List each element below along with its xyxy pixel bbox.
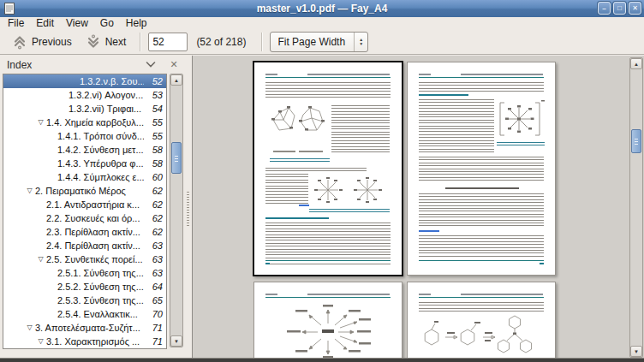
expander-icon[interactable]: ▽ [24,321,35,335]
index-entry[interactable]: 1.4.3. Υπέρυθρα φ...58 [3,157,166,170]
section-heading [419,94,468,96]
menu-item-view[interactable]: View [60,17,94,29]
index-entry-label: 1.4.4. Σύμπλοκες ε... [57,172,144,182]
index-entry-page: 63 [144,254,163,264]
menu-item-help[interactable]: Help [120,17,153,29]
expander-icon[interactable]: ▽ [35,335,46,348]
index-entry-label: 1.4. Χημεία καρβοξυλ... [46,117,144,128]
figure-caption [309,209,390,215]
index-entry[interactable]: 2.5.3. Σύνθεση της...65 [3,294,166,307]
index-entry-label: 2.4. Περίθλαση ακτίν... [46,240,144,251]
text-lines [331,105,390,155]
index-entry[interactable]: 1.3.2.vii) Τριφαι...54 [3,102,166,116]
page-number-input[interactable] [148,33,188,51]
previous-icon [12,34,27,50]
index-entry-label: 1.3.2.ν.β. Σου... [80,76,144,86]
index-tree: 1.3.2.ν.β. Σου...521.3.2.vi) Αλογον...53… [3,74,167,349]
section-heading [265,217,329,219]
index-entry-page: 52 [144,76,163,86]
index-entry-page: 62 [144,186,163,196]
index-entry[interactable]: ▽3.1. Χαρακτηρισμός ...71 [3,335,166,348]
next-icon [86,34,101,50]
index-entry[interactable]: 1.3.2.ν.β. Σου...52 [3,74,166,88]
previous-button[interactable]: Previous [5,32,79,52]
pane-resize-handle[interactable] [185,56,192,358]
index-entry[interactable]: 1.4.2. Σύνθεση μετ...58 [3,143,166,157]
index-entry-label: 3. Αποτελέσματα-Συζήτ... [35,323,144,333]
index-entry[interactable]: ▽3. Αποτελέσματα-Συζήτ...71 [3,321,166,335]
window-bottom-border [0,358,644,362]
index-entry-label: 2.3. Περίθλαση ακτίν... [46,227,144,237]
expander-icon[interactable]: ▽ [35,252,46,266]
pdf-viewer-window: master_v1.0.pdf — Fay_A4 – □ ✕ FileEditV… [0,0,644,362]
index-entry-label: 1.4.3. Υπέρυθρα φ... [57,158,144,169]
menu-item-go[interactable]: Go [94,17,120,29]
index-entry[interactable]: 1.4.4. Σύμπλοκες ε...60 [3,170,166,184]
index-entry-page: 55 [144,117,163,128]
index-entry-page: 60 [144,172,163,182]
maximize-button[interactable]: □ [613,2,626,15]
index-entry[interactable]: ▽2.5. Συνθετικές πορεί...63 [3,252,166,266]
page-thumbnail-2[interactable] [407,62,556,276]
index-entry-label: 2.5.4. Εναλλακτικ... [57,309,144,319]
main-scrollbar[interactable]: ▲ ▼ [629,57,643,358]
minimize-button[interactable]: – [598,2,611,15]
scroll-down-button[interactable]: ▼ [630,346,642,357]
figure-caption [497,142,545,148]
index-entry[interactable]: ▽2. Πειραματικό Μέρος62 [3,184,166,198]
index-entry[interactable]: 2.3. Περίθλαση ακτίν...62 [3,225,166,239]
page-thumbnail-4[interactable] [407,282,556,358]
scrollbar-thumb[interactable] [171,142,182,174]
index-entry-page: 63 [144,240,163,251]
index-entry[interactable]: 1.3.2.vi) Αλογον...53 [3,88,166,102]
index-entry[interactable]: 1.4.1. Τρόποι σύνδ...55 [3,129,166,143]
index-entry-label: 2.1. Αντιδραστήρια κ... [46,199,144,210]
sidebar-scrollbar[interactable]: ▲ ▼ [170,74,183,347]
index-entry-page: 58 [144,158,163,169]
page-thumbnail-1[interactable] [253,61,403,276]
chevron-down-icon [146,62,156,68]
page-count-label: (52 of 218) [196,36,246,48]
index-entry[interactable]: 2.5.2. Σύνθεση της...64 [3,280,166,294]
index-entry[interactable]: ▽1.4. Χημεία καρβοξυλ...55 [3,116,166,129]
expander-icon[interactable]: ▽ [24,184,35,198]
index-entry[interactable]: 2.2. Συσκευές και όρ...62 [3,211,166,225]
index-entry-page: 62 [144,199,163,210]
index-entry[interactable]: 2.5.1. Σύνθεση της...63 [3,266,166,280]
scroll-down-button[interactable]: ▼ [170,335,182,347]
toolbar-separator [261,33,263,51]
index-entry-label: 3.1. Χαρακτηρισμός ... [46,336,144,347]
index-entry-page: 55 [144,131,163,141]
sidebar-header: Index ✕ [0,56,185,74]
molecule-figure [268,102,328,148]
toolbar: Previous Next (52 of 218) Fit Page Width… [0,29,644,55]
expander-icon[interactable]: ▽ [35,116,46,129]
window-title: master_v1.0.pdf — Fay_A4 [0,0,644,17]
index-entry-label: 2.5.1. Σύνθεση της... [57,268,144,278]
index-entry[interactable]: 2.4. Περίθλαση ακτίν...63 [3,239,166,252]
thumbnails-view: ▲ ▼ [192,56,644,358]
index-entry-page: 71 [144,336,163,347]
title-bar[interactable]: master_v1.0.pdf — Fay_A4 – □ ✕ [0,0,644,18]
scroll-up-button[interactable]: ▲ [630,58,642,69]
menu-item-file[interactable]: File [2,17,30,29]
next-button[interactable]: Next [79,32,134,52]
menu-item-edit[interactable]: Edit [30,17,60,29]
zoom-select-value: Fit Page Width [277,36,345,48]
scroll-up-button[interactable]: ▲ [170,74,182,86]
index-entry[interactable]: 2.5.4. Εναλλακτικ...70 [3,307,166,321]
sidebar-selector[interactable]: Index [0,59,166,71]
index-entry-label: 2.2. Συσκευές και όρ... [46,213,144,223]
scrollbar-thumb[interactable] [631,129,641,153]
zoom-select[interactable]: Fit Page Width ▲▼ [270,32,368,52]
index-entry-page: 71 [144,323,163,333]
close-button[interactable]: ✕ [629,2,641,15]
sidebar-close-button[interactable]: ✕ [166,59,182,70]
index-entry[interactable]: 2.1. Αντιδραστήρια κ...62 [3,198,166,211]
index-entry-page: 70 [144,309,163,319]
page-thumbnail-3[interactable] [253,282,402,358]
index-entry-page: 62 [144,227,163,237]
reaction-scheme [418,313,545,356]
sidebar-selector-label: Index [7,59,32,71]
index-entry-page: 54 [144,104,163,114]
